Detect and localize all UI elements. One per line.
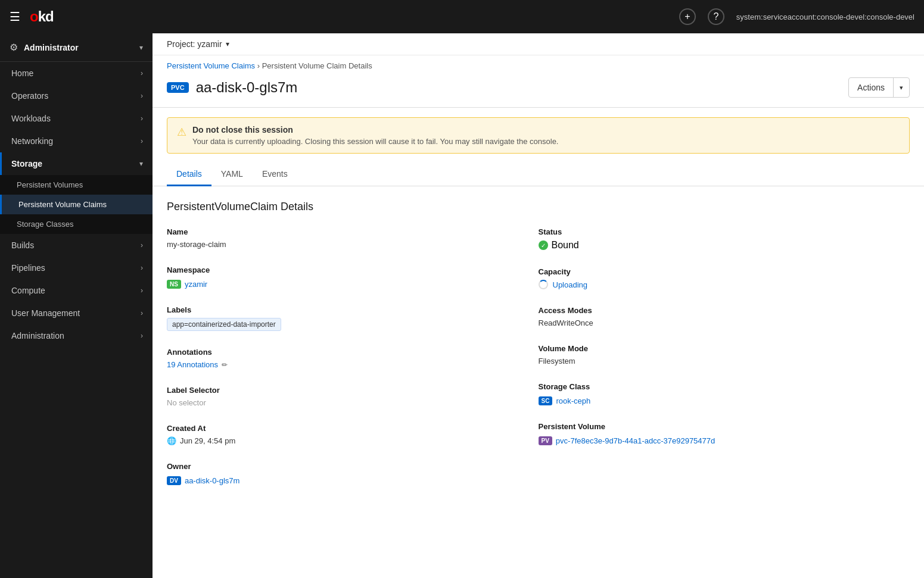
- detail-annotations-label: Annotations: [167, 348, 539, 357]
- warning-icon: ⚠: [177, 126, 186, 139]
- detail-owner-label: Owner: [167, 462, 539, 471]
- chevron-down-icon: ▾: [139, 160, 143, 168]
- sidebar-item-persistent-volume-claims[interactable]: Persistent Volume Claims: [0, 195, 153, 214]
- role-chevron-icon: ▾: [139, 43, 143, 52]
- topnav: ☰ okd + ? system:serviceaccount:console-…: [0, 0, 924, 33]
- annotations-link[interactable]: 19 Annotations ✏: [167, 360, 539, 369]
- status-value: Bound: [552, 240, 579, 251]
- pvc-badge: PVC: [167, 82, 189, 93]
- pv-value: pvc-7fe8ec3e-9d7b-44a1-adcc-37e92975477d: [556, 436, 715, 445]
- warning-title: Do not close this session: [192, 125, 558, 135]
- chevron-right-icon: ›: [141, 69, 143, 77]
- storage-class-value: rook-ceph: [556, 396, 590, 405]
- actions-button-label: Actions: [849, 79, 893, 96]
- sidebar-item-workloads-label: Workloads: [11, 114, 51, 123]
- user-label: system:serviceaccount:console-devel:cons…: [736, 13, 914, 21]
- hamburger-icon[interactable]: ☰: [10, 10, 20, 24]
- sidebar-storage-section: Persistent Volumes Persistent Volume Cla…: [0, 175, 153, 234]
- detail-label-selector: Label Selector No selector: [167, 386, 539, 407]
- details-content: PersistentVolumeClaim Details Name my-st…: [153, 186, 924, 516]
- logo-text: okd: [30, 8, 54, 25]
- sidebar-item-pipelines[interactable]: Pipelines ›: [0, 257, 153, 279]
- help-icon[interactable]: ?: [708, 8, 724, 25]
- detail-capacity: Capacity Uploading: [539, 267, 910, 289]
- sidebar-item-operators-label: Operators: [11, 91, 48, 101]
- sidebar-item-home[interactable]: Home ›: [0, 62, 153, 85]
- sidebar-item-storage-label: Storage: [11, 159, 139, 168]
- project-label: Project: yzamir: [167, 39, 222, 49]
- sidebar-item-builds[interactable]: Builds ›: [0, 234, 153, 257]
- owner-link[interactable]: DV aa-disk-0-gls7m: [167, 476, 239, 485]
- owner-badge-icon: DV: [167, 476, 181, 485]
- chevron-right-icon: ›: [141, 92, 143, 100]
- namespace-badge-icon: NS: [167, 280, 181, 289]
- detail-created-at-value: 🌐 Jun 29, 4:54 pm: [167, 436, 539, 445]
- add-icon[interactable]: +: [679, 8, 696, 25]
- sidebar-item-workloads[interactable]: Workloads ›: [0, 107, 153, 130]
- actions-button[interactable]: Actions ▾: [848, 77, 910, 98]
- breadcrumb-current: Persistent Volume Claim Details: [262, 61, 372, 70]
- logo-o: o: [30, 8, 38, 24]
- annotations-count: 19 Annotations: [167, 360, 218, 369]
- namespace-link[interactable]: NS yzamir: [167, 280, 207, 289]
- detail-label-selector-value: No selector: [167, 398, 539, 407]
- sidebar-item-storage-classes-label: Storage Classes: [17, 220, 73, 229]
- detail-status: Status ✓ Bound: [539, 227, 910, 251]
- project-bar: Project: yzamir ▾: [153, 33, 924, 55]
- tab-details[interactable]: Details: [167, 163, 211, 186]
- sidebar-item-persistent-volumes[interactable]: Persistent Volumes: [0, 175, 153, 195]
- topnav-icons: + ?: [679, 8, 724, 25]
- detail-status-label: Status: [539, 227, 910, 236]
- sidebar-item-builds-label: Builds: [11, 240, 34, 250]
- detail-pv-label: Persistent Volume: [539, 422, 910, 431]
- details-left: Name my-storage-claim Namespace NS yzami…: [167, 227, 539, 502]
- created-at-text: Jun 29, 4:54 pm: [180, 436, 235, 445]
- sidebar-item-operators[interactable]: Operators ›: [0, 85, 153, 107]
- page-title: aa-disk-0-gls7m: [196, 79, 848, 96]
- sidebar-item-storage[interactable]: Storage ▾: [0, 152, 153, 175]
- detail-label-selector-label: Label Selector: [167, 386, 539, 395]
- breadcrumb-parent-link[interactable]: Persistent Volume Claims: [167, 61, 255, 70]
- label-tag: app=containerized-data-importer: [167, 318, 281, 331]
- sidebar-item-persistent-volumes-label: Persistent Volumes: [17, 180, 83, 189]
- detail-volume-mode-label: Volume Mode: [539, 344, 910, 353]
- warning-banner: ⚠ Do not close this session Your data is…: [167, 117, 910, 154]
- edit-icon[interactable]: ✏: [222, 361, 228, 369]
- sidebar-item-user-management[interactable]: User Management ›: [0, 302, 153, 324]
- tabs: Details YAML Events: [153, 163, 924, 186]
- detail-name-label: Name: [167, 227, 539, 236]
- main-content: Project: yzamir ▾ Persistent Volume Clai…: [153, 33, 924, 578]
- layout: ⚙ Administrator ▾ Home › Operators › Wor…: [0, 33, 924, 578]
- namespace-value: yzamir: [185, 280, 207, 289]
- breadcrumb: Persistent Volume Claims › Persistent Vo…: [153, 55, 924, 73]
- role-icon: ⚙: [10, 42, 18, 53]
- detail-name: Name my-storage-claim: [167, 227, 539, 249]
- storage-class-link[interactable]: SC rook-ceph: [539, 396, 591, 405]
- detail-access-modes-value: ReadWriteOnce: [539, 318, 910, 327]
- detail-access-modes: Access Modes ReadWriteOnce: [539, 306, 910, 327]
- sidebar-item-compute-label: Compute: [11, 286, 45, 295]
- upload-spinner-icon: [539, 280, 548, 289]
- capacity-uploading: Uploading: [539, 280, 910, 289]
- warning-content: Do not close this session Your data is c…: [192, 125, 558, 146]
- pv-link[interactable]: PV pvc-7fe8ec3e-9d7b-44a1-adcc-37e929754…: [539, 436, 715, 445]
- sidebar-item-pvc-label: Persistent Volume Claims: [18, 200, 107, 209]
- project-chevron-icon[interactable]: ▾: [226, 40, 229, 48]
- sidebar-item-networking[interactable]: Networking ›: [0, 130, 153, 152]
- detail-namespace: Namespace NS yzamir: [167, 265, 539, 289]
- sidebar-item-compute[interactable]: Compute ›: [0, 279, 153, 302]
- sc-badge-icon: SC: [539, 396, 553, 405]
- tab-events[interactable]: Events: [253, 163, 297, 186]
- chevron-right-icon: ›: [141, 332, 143, 340]
- logo: okd: [30, 8, 54, 25]
- sidebar-item-administration[interactable]: Administration ›: [0, 324, 153, 347]
- page-header: PVC aa-disk-0-gls7m Actions ▾: [153, 73, 924, 108]
- detail-annotations: Annotations 19 Annotations ✏: [167, 348, 539, 369]
- tab-yaml[interactable]: YAML: [211, 163, 253, 186]
- chevron-right-icon: ›: [141, 264, 143, 272]
- sidebar-item-storage-classes[interactable]: Storage Classes: [0, 214, 153, 234]
- detail-labels: Labels app=containerized-data-importer: [167, 305, 539, 331]
- status-bound: ✓ Bound: [539, 240, 910, 251]
- chevron-right-icon: ›: [141, 241, 143, 249]
- sidebar-role[interactable]: ⚙ Administrator ▾: [0, 33, 153, 62]
